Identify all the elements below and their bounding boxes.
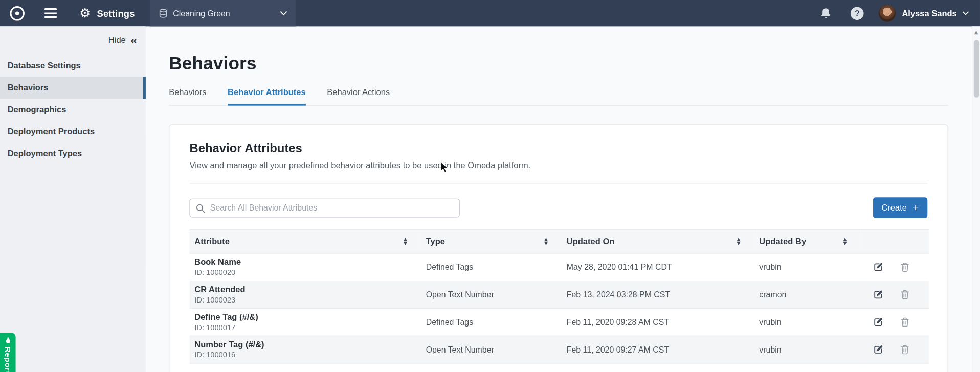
page-title: Behaviors — [169, 53, 948, 74]
gear-icon: ⚙ — [79, 7, 91, 19]
attribute-id: ID: 1000016 — [194, 351, 416, 359]
feedback-label: Report — [4, 347, 12, 372]
page-tabs: BehaviorsBehavior AttributesBehavior Act… — [169, 87, 948, 105]
card-description: View and manage all your predefined beha… — [189, 160, 927, 171]
omeda-logo-icon[interactable] — [9, 5, 26, 21]
hide-label: Hide — [108, 36, 126, 45]
sidebar-nav: Database SettingsBehaviorsDemographicsDe… — [0, 55, 146, 165]
sidebar-item-database-settings[interactable]: Database Settings — [0, 55, 146, 77]
viewport: ⚙ Settings Cleaning Green ? Alyssa Sands — [0, 0, 980, 372]
attribute-type: Open Text Number — [421, 336, 562, 363]
scrollbar-thumb[interactable] — [974, 40, 979, 97]
toolbar: Create + — [189, 197, 927, 218]
delete-icon[interactable] — [900, 344, 910, 355]
topbar: ⚙ Settings Cleaning Green ? Alyssa Sands — [0, 0, 980, 26]
sort-icon[interactable]: ▲ ▼ — [404, 238, 407, 246]
sidebar-item-deployment-products[interactable]: Deployment Products — [0, 121, 146, 143]
column-header-type[interactable]: Type ▲ ▼ — [421, 229, 562, 253]
notifications-bell-icon[interactable] — [820, 7, 832, 19]
column-header-updated-on[interactable]: Updated On ▲ ▼ — [562, 229, 754, 253]
sidebar-item-demographics[interactable]: Demographics — [0, 99, 146, 121]
attribute-type: Open Text Number — [421, 281, 562, 309]
sidebar-item-deployment-types[interactable]: Deployment Types — [0, 143, 146, 165]
edit-icon[interactable] — [873, 289, 884, 300]
edit-icon[interactable] — [873, 344, 884, 355]
edit-icon[interactable] — [873, 262, 884, 272]
database-selector-value: Cleaning Green — [173, 9, 230, 18]
collapse-icon: « — [131, 37, 137, 44]
card-heading: Behavior Attributes — [189, 141, 927, 155]
table-row: Book Name ID: 1000020 Defined Tags May 2… — [189, 253, 928, 281]
updated-on: Feb 11, 2020 09:27 AM CST — [562, 336, 754, 363]
table-row: CR Attended ID: 1000023 Open Text Number… — [189, 281, 928, 309]
help-icon[interactable]: ? — [851, 7, 864, 20]
database-selector[interactable]: Cleaning Green — [150, 0, 296, 26]
edit-icon[interactable] — [873, 317, 884, 328]
column-header-updated-by[interactable]: Updated By ▲ ▼ — [754, 229, 861, 253]
scrollbar[interactable]: ▲ — [972, 26, 980, 372]
topbar-right: ? Alyssa Sands — [820, 5, 980, 21]
attribute-name: CR Attended — [194, 285, 416, 294]
scroll-up-arrow[interactable]: ▲ — [972, 26, 980, 35]
attribute-id: ID: 1000023 — [194, 295, 416, 304]
sidebar-collapse[interactable]: Hide « — [0, 26, 146, 51]
user-name: Alyssa Sands — [902, 9, 956, 18]
feedback-tab[interactable]: Report — [0, 333, 16, 372]
create-button[interactable]: Create + — [873, 197, 927, 218]
search-icon — [196, 203, 205, 213]
attribute-type: Defined Tags — [421, 253, 562, 281]
search-box — [189, 198, 459, 217]
plus-icon: + — [912, 202, 919, 213]
tab-behavior-actions[interactable]: Behavior Actions — [327, 87, 390, 105]
attribute-id: ID: 1000020 — [194, 268, 416, 277]
attribute-name: Number Tag (#/&) — [194, 340, 416, 349]
attribute-name: Book Name — [194, 258, 416, 267]
updated-by: cramon — [754, 281, 861, 309]
updated-by: vrubin — [754, 308, 861, 336]
updated-by: vrubin — [754, 253, 861, 281]
table-header-row: Attribute ▲ ▼ Type ▲ ▼ Updated On ▲ ▼ Up… — [189, 229, 928, 253]
delete-icon[interactable] — [900, 262, 910, 272]
app-window: ⚙ Settings Cleaning Green ? Alyssa Sands — [0, 0, 980, 372]
card-divider — [189, 183, 927, 183]
search-input[interactable] — [189, 198, 459, 217]
attribute-name: Define Tag (#/&) — [194, 312, 416, 321]
sidebar: Hide « Database SettingsBehaviorsDemogra… — [0, 26, 146, 372]
sidebar-item-behaviors[interactable]: Behaviors — [0, 77, 146, 99]
table-row: Number Tag (#/&) ID: 1000016 Open Text N… — [189, 336, 928, 363]
updated-by: vrubin — [754, 336, 861, 363]
chevron-down-icon — [280, 11, 286, 15]
delete-icon[interactable] — [900, 289, 910, 300]
updated-on: Feb 11, 2020 09:28 AM CST — [562, 308, 754, 336]
attribute-type: Defined Tags — [421, 308, 562, 336]
sort-icon[interactable]: ▲ ▼ — [843, 238, 847, 246]
sort-icon[interactable]: ▲ ▼ — [737, 238, 741, 246]
user-avatar[interactable] — [879, 5, 896, 21]
table-body: Book Name ID: 1000020 Defined Tags May 2… — [189, 253, 928, 363]
tab-behavior-attributes[interactable]: Behavior Attributes — [228, 87, 306, 105]
sort-icon[interactable]: ▲ ▼ — [544, 238, 548, 246]
feedback-icon — [4, 337, 12, 344]
attribute-id: ID: 1000017 — [194, 323, 416, 332]
behavior-attributes-card: Behavior Attributes View and manage all … — [169, 124, 948, 372]
table-row: Define Tag (#/&) ID: 1000017 Defined Tag… — [189, 308, 928, 336]
user-menu-chevron-icon[interactable] — [963, 11, 969, 15]
database-icon — [159, 9, 167, 18]
app-title-group: ⚙ Settings — [79, 7, 135, 19]
main-content: Behaviors BehaviorsBehavior AttributesBe… — [146, 26, 972, 372]
column-header-attribute[interactable]: Attribute ▲ ▼ — [189, 229, 420, 253]
create-button-label: Create — [881, 203, 907, 212]
tab-behaviors[interactable]: Behaviors — [169, 87, 206, 105]
attributes-table: Attribute ▲ ▼ Type ▲ ▼ Updated On ▲ ▼ Up… — [189, 229, 928, 364]
menu-icon[interactable] — [42, 6, 59, 20]
updated-on: Feb 13, 2024 03:28 PM CST — [562, 281, 754, 309]
app-title: Settings — [97, 8, 135, 18]
delete-icon[interactable] — [900, 317, 910, 328]
column-header — [860, 229, 928, 253]
updated-on: May 28, 2020 01:41 PM CDT — [562, 253, 754, 281]
